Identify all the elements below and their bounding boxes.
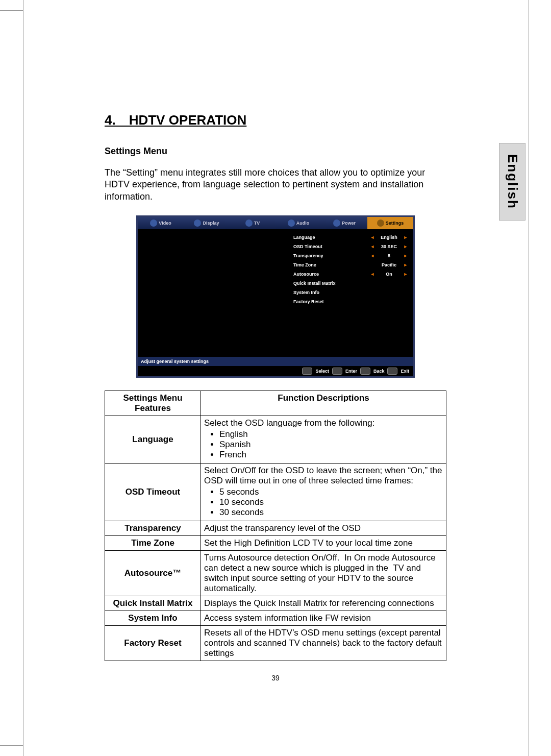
table-row: Time ZoneSet the High Definition LCD TV …: [105, 536, 446, 551]
osd-row: Autosource◄On►: [293, 270, 408, 278]
page-number: 39: [0, 674, 551, 682]
section-title: 4. HDTV OPERATION: [105, 112, 446, 128]
osd-row: Language◄English►: [293, 233, 408, 241]
osd-row-label: System Info: [293, 290, 408, 295]
osd-tab-label: Power: [342, 221, 356, 226]
table-header-desc: Function Descriptions: [201, 391, 446, 416]
feature-name: Autosource™: [105, 551, 201, 596]
feature-desc: Select the OSD language from the followi…: [201, 416, 446, 464]
table-row: TransparencyAdjust the transparency leve…: [105, 521, 446, 536]
feature-desc: Resets all of the HDTV’s OSD menu settin…: [201, 626, 446, 661]
power-icon: [333, 220, 340, 227]
osd-tab-label: Audio: [296, 221, 310, 226]
enter-icon: [332, 368, 342, 375]
feature-desc: Select On/Off for the OSD to leave the s…: [201, 464, 446, 521]
osd-row-value: Pacific: [375, 262, 403, 267]
osd-row-label: Transparency: [293, 253, 370, 258]
list-item: 30 seconds: [219, 507, 443, 518]
osd-row-label: Language: [293, 235, 370, 240]
table-row: OSD TimeoutSelect On/Off for the OSD to …: [105, 464, 446, 521]
list-item: English: [219, 429, 443, 440]
feature-name: Quick Install Matrix: [105, 596, 201, 611]
list-item: 5 seconds: [219, 487, 443, 497]
tv-icon: [245, 220, 253, 227]
osd-hint: Adjust general system settings: [138, 357, 413, 366]
osd-settings-list: Language◄English►OSD Timeout◄30 SEC►Tran…: [293, 233, 408, 307]
osd-row-label: Factory Reset: [293, 299, 408, 304]
osd-tab-bar: Video Display TV Audio Power Settings: [138, 217, 413, 229]
nav-icon: [302, 368, 312, 375]
osd-tab-label: Display: [203, 221, 219, 226]
osd-row-value: On: [375, 272, 403, 277]
feature-desc: Access system information like FW revisi…: [201, 611, 446, 626]
language-tab-label: English: [505, 154, 520, 209]
feature-name: OSD Timeout: [105, 464, 201, 521]
osd-footer-label: Exit: [400, 369, 409, 374]
osd-tab-label: Video: [159, 221, 171, 226]
osd-tab-power: Power: [321, 217, 367, 229]
osd-row: System Info: [293, 288, 408, 297]
osd-body: Language◄English►OSD Timeout◄30 SEC►Tran…: [138, 229, 413, 357]
arrow-right-icon: ►: [403, 262, 408, 267]
osd-row: OSD Timeout◄30 SEC►: [293, 242, 408, 251]
table-row: System InfoAccess system information lik…: [105, 611, 446, 626]
intro-text: The “Setting” menu integrates still more…: [105, 167, 446, 203]
sub-heading: Settings Menu: [105, 146, 446, 157]
osd-tab-settings: Settings: [367, 217, 413, 229]
feature-desc: Adjust the transparency level of the OSD: [201, 521, 446, 536]
table-row: Autosource™Turns Autosource detection On…: [105, 551, 446, 596]
display-icon: [194, 220, 201, 227]
feature-desc: Displays the Quick Install Matrix for re…: [201, 596, 446, 611]
feature-name: Transparency: [105, 521, 201, 536]
audio-icon: [288, 220, 295, 227]
exit-icon: [387, 368, 397, 375]
arrow-left-icon: ◄: [370, 235, 375, 240]
table-row: Factory ResetResets all of the HDTV’s OS…: [105, 626, 446, 661]
arrow-right-icon: ►: [403, 253, 408, 258]
osd-row-label: OSD Timeout: [293, 244, 370, 249]
arrow-left-icon: ◄: [370, 244, 375, 249]
osd-row-value: 8: [375, 253, 403, 258]
feature-desc: Turns Autosource detection On/Off. In On…: [201, 551, 446, 596]
osd-tab-tv: TV: [230, 217, 276, 229]
osd-tab-display: Display: [184, 217, 230, 229]
osd-row: Time ZonePacific►: [293, 261, 408, 269]
osd-screenshot: Video Display TV Audio Power Settings La…: [136, 215, 415, 378]
feature-name: Time Zone: [105, 536, 201, 551]
list-item: French: [219, 450, 443, 460]
table-row: LanguageSelect the OSD language from the…: [105, 416, 446, 464]
feature-desc: Set the High Definition LCD TV to your l…: [201, 536, 446, 551]
back-icon: [360, 368, 370, 375]
osd-row-value: English: [375, 235, 403, 240]
arrow-right-icon: ►: [403, 244, 408, 249]
osd-tab-video: Video: [138, 217, 184, 229]
table-row: Quick Install MatrixDisplays the Quick I…: [105, 596, 446, 611]
table-header-features: Settings Menu Features: [105, 391, 201, 416]
settings-icon: [377, 220, 384, 227]
feature-name: Language: [105, 416, 201, 464]
osd-tab-label: Settings: [386, 221, 404, 226]
arrow-right-icon: ►: [403, 272, 408, 277]
osd-footer-hints: Select Enter Back Exit: [138, 366, 413, 376]
osd-row: Transparency◄8►: [293, 252, 408, 260]
osd-footer-label: Back: [373, 369, 385, 374]
video-icon: [150, 220, 157, 227]
feature-name: System Info: [105, 611, 201, 626]
osd-row-label: Time Zone: [293, 262, 370, 267]
arrow-left-icon: ◄: [370, 272, 375, 277]
osd-footer-label: Enter: [345, 369, 357, 374]
osd-row: Factory Reset: [293, 298, 408, 306]
osd-row: Quick Install Matrix: [293, 279, 408, 287]
content-area: 4. HDTV OPERATION Settings Menu The “Set…: [105, 112, 446, 661]
osd-row-label: Quick Install Matrix: [293, 281, 408, 286]
osd-tab-label: TV: [254, 221, 260, 226]
language-tab: English: [499, 143, 525, 221]
osd-footer-label: Select: [315, 369, 329, 374]
osd-row-value: 30 SEC: [375, 244, 403, 249]
arrow-left-icon: ◄: [370, 253, 375, 258]
feature-name: Factory Reset: [105, 626, 201, 661]
list-item: Spanish: [219, 440, 443, 450]
features-table: Settings Menu Features Function Descript…: [105, 391, 446, 661]
osd-row-label: Autosource: [293, 272, 370, 277]
arrow-right-icon: ►: [403, 235, 408, 240]
